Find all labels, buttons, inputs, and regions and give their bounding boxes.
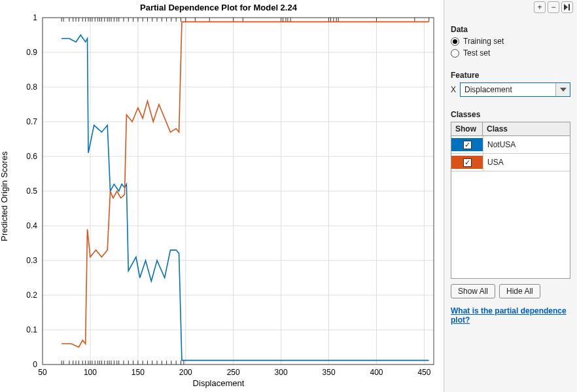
radio-label: Training set (463, 37, 504, 46)
col-show: Show (451, 122, 483, 135)
hide-all-button[interactable]: Hide All (499, 284, 540, 298)
svg-text:450: 450 (417, 368, 430, 377)
svg-text:0.8: 0.8 (26, 82, 37, 92)
svg-text:0.5: 0.5 (26, 187, 37, 196)
class-name: NotUSA (483, 136, 570, 153)
svg-text:150: 150 (131, 368, 145, 377)
show-all-button[interactable]: Show All (451, 284, 495, 298)
zoom-out-button[interactable]: − (548, 1, 559, 13)
svg-text:0.9: 0.9 (26, 48, 37, 57)
radio-icon (451, 49, 459, 58)
col-class: Class (483, 122, 570, 135)
series-NotUSA (61, 35, 429, 361)
feature-x-label: X (451, 85, 456, 94)
classes-section-label: Classes (451, 110, 570, 119)
class-row: ✓USA (451, 154, 570, 171)
svg-text:200: 200 (179, 368, 192, 377)
chevron-down-icon (555, 83, 570, 96)
svg-text:100: 100 (84, 368, 97, 377)
zoom-in-button[interactable]: + (534, 1, 546, 13)
radio-test-set[interactable]: Test set (451, 48, 570, 58)
classes-table: Show Class ✓NotUSA✓USA (451, 122, 570, 279)
radio-training-set[interactable]: Training set (451, 37, 570, 46)
data-section-label: Data (451, 25, 570, 34)
svg-text:0: 0 (33, 360, 37, 369)
plot-area: Partial Dependence Plot for Model 2.24 P… (0, 0, 444, 392)
svg-text:0.4: 0.4 (26, 221, 37, 230)
svg-text:0.1: 0.1 (26, 325, 37, 334)
radio-icon (451, 37, 459, 46)
skip-end-button[interactable] (561, 1, 573, 13)
chart-svg: 5010015020025030035040045000.10.20.30.40… (0, 0, 444, 392)
feature-select-value: Displacement (461, 83, 555, 96)
classes-head: Show Class (451, 122, 570, 136)
toolbar: + − (534, 1, 573, 13)
svg-text:0.2: 0.2 (26, 291, 37, 300)
radio-label: Test set (463, 48, 490, 58)
svg-text:350: 350 (323, 368, 336, 377)
checkbox-icon: ✓ (463, 141, 472, 149)
svg-text:0.7: 0.7 (26, 117, 37, 126)
svg-text:250: 250 (227, 368, 240, 377)
feature-section-label: Feature (451, 71, 570, 80)
class-name: USA (483, 154, 570, 171)
svg-text:400: 400 (370, 368, 383, 377)
checkbox-icon: ✓ (463, 158, 472, 167)
series-USA (61, 22, 429, 347)
svg-text:0.6: 0.6 (26, 152, 37, 161)
class-row: ✓NotUSA (451, 136, 570, 154)
svg-text:300: 300 (275, 368, 288, 377)
feature-select[interactable]: Displacement (460, 82, 570, 97)
svg-text:0.3: 0.3 (26, 256, 37, 265)
side-panel: + − Data Training set Test set Feature X… (444, 0, 577, 392)
svg-text:50: 50 (38, 368, 47, 377)
class-show-cell[interactable]: ✓ (451, 154, 483, 171)
svg-text:1: 1 (33, 13, 37, 22)
class-show-cell[interactable]: ✓ (451, 136, 483, 153)
help-link[interactable]: What is the partial dependence plot? (451, 306, 570, 325)
